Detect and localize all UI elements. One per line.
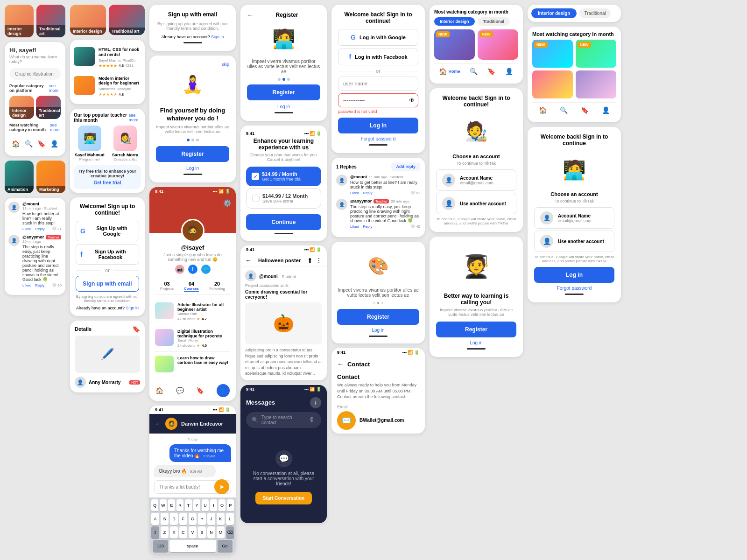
send-button[interactable]: ➤ [214, 479, 229, 494]
bookmark-icon[interactable]: 🔖 [132, 325, 140, 333]
key-q[interactable]: Q [151, 499, 158, 511]
col7-thumb-1[interactable]: NEW [532, 40, 573, 68]
col7-thumb-4[interactable] [576, 70, 616, 98]
nav-bookmark[interactable]: 🔖 [37, 140, 45, 147]
plan-monthly[interactable]: ✓ $14.99 / Month Get 1 month free trial [246, 167, 321, 186]
col7-nav-search[interactable]: 🔍 [560, 106, 568, 114]
col2-cat-interior[interactable]: Interior design [70, 5, 106, 35]
key-d[interactable]: D [170, 513, 178, 525]
col7-thumb-3[interactable] [532, 70, 573, 98]
course-item-1[interactable]: HTML, CSS for noob and nerds! Sayef Mamu… [74, 43, 141, 72]
key-y[interactable]: Y [193, 499, 200, 511]
col7-nav-home[interactable]: 🏠 [539, 106, 547, 114]
key-h[interactable]: H [198, 513, 206, 525]
login-google-btn[interactable]: G Log in with Google [338, 29, 418, 46]
col7-thumb-2[interactable]: NEW [576, 40, 616, 68]
add-contact-btn[interactable]: + [310, 397, 321, 408]
nav-profile-watching[interactable]: 👤 [505, 68, 513, 75]
nav-bookmark-profile[interactable]: 🔖 [196, 387, 204, 394]
nav-home-watching[interactable]: 🏠 Home [439, 68, 460, 75]
key-123[interactable]: 123 [153, 540, 168, 552]
key-n[interactable]: N [207, 526, 215, 539]
signin-link[interactable]: Sign in [126, 306, 139, 310]
liked-2[interactable]: Liked [350, 224, 359, 229]
settings-icon[interactable]: ⚙️ [223, 199, 231, 207]
back-icon-halloween[interactable]: ← [245, 257, 252, 264]
account-option-2[interactable]: 👤 Use another account [436, 193, 516, 214]
profile-course-1[interactable]: Adobe Illustrator for all beginner artis… [155, 299, 230, 325]
username-field[interactable] [338, 77, 418, 91]
watch-thumb-1[interactable]: NEW [434, 29, 475, 60]
reply-1-btn[interactable]: Reply [363, 191, 372, 195]
see-more-link2[interactable]: see more [50, 123, 61, 132]
share-icon[interactable]: ⬆ [307, 257, 313, 264]
nav-profile[interactable]: 👤 [50, 140, 58, 147]
signin-right-login-btn[interactable]: Log in [534, 267, 614, 283]
nav-home[interactable]: 🏠 [12, 140, 20, 147]
sign-google-btn[interactable]: G Sign Up with Google [76, 221, 139, 241]
register-cta-btn[interactable]: Register [337, 309, 419, 325]
nav-search-watching[interactable]: 🔍 [470, 68, 478, 75]
register-btn-main[interactable]: Register [247, 84, 320, 100]
get-free-trial-btn[interactable]: Get free trial [78, 180, 137, 185]
start-conv-btn[interactable]: Start Conversation [255, 492, 312, 504]
nav-chat-profile[interactable]: 💬 [176, 387, 184, 394]
watch-thumb-2[interactable]: NEW [478, 29, 518, 60]
sign-facebook-btn[interactable]: f Sign Up with Facebook [76, 244, 139, 265]
see-more-link[interactable]: see more [49, 84, 61, 93]
msg-search-bar[interactable]: 🔍 Type to search contact 🎙 [246, 412, 321, 428]
nav-bookmark-watching[interactable]: 🔖 [487, 68, 495, 75]
profile-course-3[interactable]: Learn how to draw cartoon face in easy w… [155, 352, 230, 376]
password-field[interactable] [338, 93, 418, 107]
col7-nav-bookmark[interactable]: 🔖 [581, 106, 589, 114]
eye-icon[interactable]: 👁 [409, 97, 415, 104]
facebook-icon-profile[interactable]: f [188, 265, 197, 274]
key-e[interactable]: E [168, 499, 175, 511]
signin-link-email[interactable]: Sign in [211, 35, 224, 39]
register-cta-login[interactable]: Log in [337, 328, 419, 333]
tab-traditional[interactable]: Traditional [579, 8, 610, 18]
key-k[interactable]: K [217, 513, 225, 525]
nav-search[interactable]: 🔍 [25, 140, 33, 147]
key-backspace[interactable]: ⌫ [226, 526, 234, 539]
cat-tab-interior[interactable]: Interior design [434, 17, 475, 26]
key-o[interactable]: O [218, 499, 226, 511]
key-m[interactable]: M [217, 526, 225, 539]
cat-interior[interactable]: Interior design [5, 5, 34, 37]
login-facebook-btn[interactable]: f Log in with Facebook [338, 49, 418, 65]
back-icon-register[interactable]: ← [247, 11, 254, 19]
key-space[interactable]: space [169, 540, 216, 552]
signin-account-2[interactable]: 👤 Use another account [534, 231, 614, 252]
back-icon-chat[interactable]: ← [155, 420, 162, 427]
cat-animation[interactable]: Animation [5, 161, 34, 193]
key-l[interactable]: L [226, 513, 234, 525]
liked-btn-2[interactable]: Liked [22, 283, 31, 287]
plan-yearly[interactable]: $144.99 / 12 Month Save 20% extra! [246, 188, 321, 209]
sign-email-btn[interactable]: Sign up with email [76, 276, 139, 292]
col2-cat-traditional[interactable]: Traditional art [109, 5, 145, 35]
cat-card-interior[interactable]: Interior design [9, 96, 34, 119]
back-icon-contact[interactable]: ← [337, 360, 344, 368]
cat-card-traditional[interactable]: Traditional art [36, 96, 61, 119]
better-login-link[interactable]: Log in [436, 340, 516, 345]
search-bar[interactable]: 🔍 [9, 68, 61, 80]
skip-btn[interactable]: skip [222, 62, 229, 67]
key-b[interactable]: B [198, 526, 206, 539]
add-reply-btn[interactable]: Add reply [391, 162, 420, 171]
col7-nav-profile[interactable]: 👤 [602, 106, 610, 114]
key-a[interactable]: A [151, 513, 159, 525]
key-u[interactable]: U [202, 499, 209, 511]
key-i[interactable]: I [210, 499, 217, 511]
hero-register-btn[interactable]: Register [156, 146, 229, 162]
key-w[interactable]: W [160, 499, 167, 511]
key-go[interactable]: Go [218, 540, 233, 552]
account-option-1[interactable]: 👤 Account Name email@gmail.com [436, 169, 516, 191]
key-g[interactable]: G [189, 513, 197, 525]
key-t[interactable]: T [185, 499, 192, 511]
cat-traditional[interactable]: Traditional art [36, 5, 65, 37]
liked-btn-1[interactable]: Liked [22, 227, 31, 231]
twitter-icon[interactable]: 🐦 [201, 265, 211, 274]
liked-1[interactable]: Liked [350, 191, 359, 195]
course-item-2[interactable]: Modern interior design for beginner! Sam… [74, 72, 141, 101]
reply-btn-1[interactable]: Reply [35, 227, 44, 231]
